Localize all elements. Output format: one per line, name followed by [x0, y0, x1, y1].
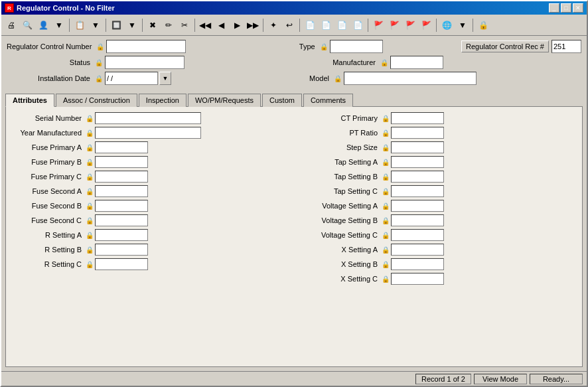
- doc2-button[interactable]: 📄: [319, 18, 333, 33]
- select-dropdown-button[interactable]: ▼: [125, 18, 139, 33]
- doc4-button[interactable]: 📄: [350, 18, 365, 33]
- tab-attributes[interactable]: Attributes: [5, 94, 54, 107]
- undo-button[interactable]: ↩: [282, 18, 297, 33]
- separator-3: [142, 19, 143, 32]
- window-title: Regulator Control - No Filter: [17, 4, 115, 12]
- r-setting-a-input[interactable]: [95, 229, 148, 241]
- serial-number-lock: 🔒: [86, 113, 94, 123]
- next-button[interactable]: ▶: [230, 18, 244, 33]
- pt-ratio-input[interactable]: [391, 127, 444, 139]
- fuse-second-b-label: Fuse Second B: [11, 202, 84, 210]
- status-input[interactable]: [105, 56, 184, 69]
- r-setting-b-label: R Setting B: [11, 246, 84, 254]
- model-input[interactable]: [344, 72, 477, 85]
- date-input-wrapper: ▼: [105, 72, 171, 85]
- reg-control-number-input[interactable]: [106, 40, 186, 53]
- globe-button[interactable]: 🌐: [439, 18, 454, 33]
- tap-setting-a-input[interactable]: [391, 156, 444, 168]
- prev-button[interactable]: ◀: [214, 18, 228, 33]
- filter-dropdown-button[interactable]: ▼: [52, 18, 66, 33]
- tap-setting-c-input[interactable]: [391, 185, 444, 197]
- view-button[interactable]: 📋: [72, 18, 87, 33]
- field-row-r-setting-c: R Setting C 🔒: [11, 258, 287, 270]
- r-setting-b-input[interactable]: [95, 244, 148, 256]
- date-dropdown-button[interactable]: ▼: [159, 72, 171, 85]
- cut-button[interactable]: ✂: [177, 18, 192, 33]
- fuse-second-a-input[interactable]: [95, 185, 148, 197]
- x-setting-a-label: X Setting A: [301, 246, 380, 254]
- voltage-setting-c-input[interactable]: [391, 229, 444, 241]
- delete-button[interactable]: ✖: [145, 18, 160, 33]
- voltage-setting-a-lock: 🔒: [382, 200, 390, 211]
- x-setting-b-input[interactable]: [391, 258, 444, 270]
- field-row-fuse-primary-a: Fuse Primary A 🔒: [11, 141, 287, 153]
- x-setting-a-input[interactable]: [391, 244, 444, 256]
- fuse-primary-b-input[interactable]: [95, 156, 148, 168]
- tab-assoc-construction[interactable]: Assoc / Construction: [56, 94, 137, 107]
- flag3-button[interactable]: 🚩: [403, 18, 417, 33]
- voltage-setting-b-lock: 🔒: [382, 215, 390, 226]
- last-button[interactable]: ▶▶: [246, 18, 260, 33]
- rec-value-input[interactable]: [551, 40, 581, 53]
- step-size-input[interactable]: [391, 141, 444, 153]
- fuse-primary-a-input[interactable]: [95, 141, 148, 153]
- search-button[interactable]: 🔍: [20, 18, 35, 33]
- tab-inspection[interactable]: Inspection: [139, 94, 186, 107]
- voltage-setting-b-input[interactable]: [391, 214, 444, 226]
- separator-7: [368, 19, 368, 32]
- fuse-second-c-input[interactable]: [95, 214, 148, 226]
- star-button[interactable]: ✦: [266, 18, 281, 33]
- tap-setting-b-input[interactable]: [391, 171, 444, 183]
- voltage-setting-a-input[interactable]: [391, 200, 444, 212]
- tab-wo-pm-requests[interactable]: WO/PM/Requests: [188, 94, 261, 107]
- flag1-button[interactable]: 🚩: [371, 18, 386, 33]
- type-input[interactable]: [330, 40, 383, 53]
- tab-comments[interactable]: Comments: [303, 94, 353, 107]
- view-dropdown-button[interactable]: ▼: [88, 18, 103, 33]
- x-setting-b-label: X Setting B: [301, 260, 380, 268]
- fuse-primary-b-lock: 🔒: [86, 157, 94, 167]
- date-field[interactable]: [105, 72, 158, 85]
- r-setting-a-lock: 🔒: [86, 230, 94, 240]
- toolbar: 🖨 🔍 👤 ▼ 📋 ▼ 🔲 ▼ ✖ ✏ ✂ ◀◀ ◀ ▶ ▶▶ ✦ ↩ 📄 📄 …: [1, 15, 587, 36]
- status-label: Status: [7, 58, 93, 66]
- x-setting-c-input[interactable]: [391, 273, 444, 285]
- manufacturer-input[interactable]: [390, 56, 443, 69]
- right-fields-col: CT Primary 🔒 PT Ratio 🔒 Step Size 🔒 Tap …: [301, 112, 577, 286]
- r-setting-c-input[interactable]: [95, 258, 148, 270]
- fuse-second-c-label: Fuse Second C: [11, 216, 84, 224]
- header-row-1: Regulator Control Number 🔒 Type 🔒 Regula…: [7, 40, 581, 53]
- print-button[interactable]: 🖨: [4, 18, 19, 33]
- fuse-primary-c-input[interactable]: [95, 171, 148, 183]
- step-size-label: Step Size: [301, 143, 380, 151]
- flag2-button[interactable]: 🚩: [387, 18, 402, 33]
- title-bar: R Regulator Control - No Filter _ □ ✕: [1, 1, 587, 15]
- field-row-fuse-second-c: Fuse Second C 🔒: [11, 214, 287, 226]
- lock-icon-2: 🔒: [321, 42, 327, 51]
- x-setting-b-lock: 🔒: [382, 259, 390, 270]
- serial-number-input[interactable]: [95, 112, 201, 124]
- status-bar: Record 1 of 2 View Mode Ready...: [1, 371, 587, 386]
- doc3-button[interactable]: 📄: [334, 18, 349, 33]
- year-manufactured-input[interactable]: [95, 127, 201, 139]
- lock-button[interactable]: 🔒: [476, 18, 490, 33]
- user-button[interactable]: 👤: [36, 18, 50, 33]
- field-row-serial-number: Serial Number 🔒: [11, 112, 287, 124]
- close-button[interactable]: ✕: [573, 3, 583, 13]
- field-row-fuse-primary-b: Fuse Primary B 🔒: [11, 156, 287, 168]
- first-button[interactable]: ◀◀: [198, 18, 212, 33]
- edit-button[interactable]: ✏: [161, 18, 176, 33]
- ct-primary-input[interactable]: [391, 112, 444, 124]
- model-label: Model: [279, 74, 332, 82]
- tab-custom[interactable]: Custom: [262, 94, 302, 107]
- maximize-button[interactable]: □: [561, 3, 571, 13]
- separator-9: [473, 19, 473, 32]
- flag4-button[interactable]: 🚩: [419, 18, 433, 33]
- separator-4: [194, 19, 195, 32]
- select-button[interactable]: 🔲: [109, 18, 123, 33]
- tabs-bar: Attributes Assoc / Construction Inspecti…: [1, 93, 587, 106]
- fuse-second-b-input[interactable]: [95, 200, 148, 212]
- doc1-button[interactable]: 📄: [303, 18, 317, 33]
- minimize-button[interactable]: _: [549, 3, 559, 13]
- globe-dropdown-button[interactable]: ▼: [455, 18, 470, 33]
